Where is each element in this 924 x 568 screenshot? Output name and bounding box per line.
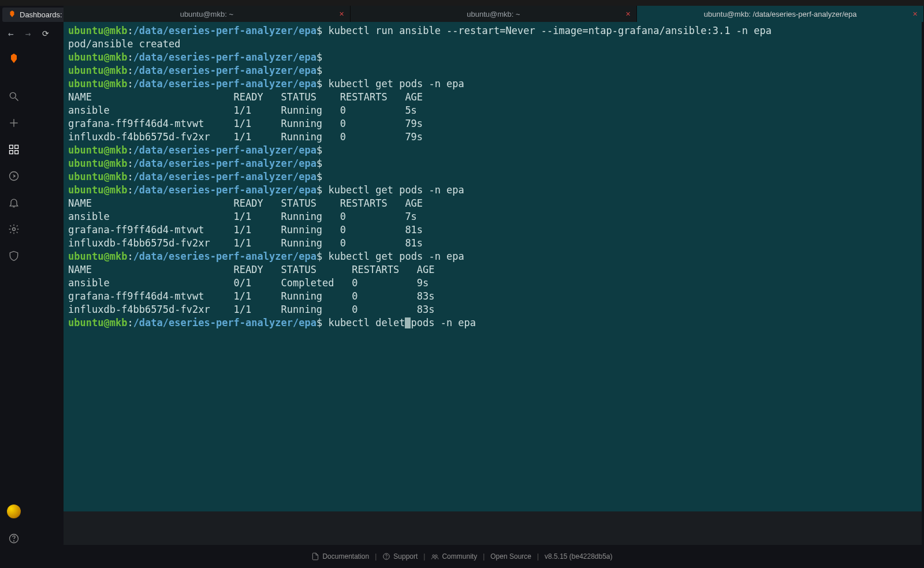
terminal[interactable]: ubuntu@mkb:/data/eseries-perf-analyzer/e…	[64, 22, 922, 511]
svg-rect-6	[10, 151, 13, 154]
grafana-page-tab[interactable]: Dashboards:	[2, 8, 68, 22]
search-icon[interactable]	[8, 90, 20, 103]
terminal-tab-3[interactable]: ubuntu@mkb: /data/eseries-perf-analyzer/…	[637, 6, 924, 22]
footer-label: Documentation	[322, 552, 369, 560]
gear-icon[interactable]	[8, 223, 20, 236]
grafana-logo-icon	[8, 10, 16, 20]
bell-icon[interactable]	[8, 196, 20, 209]
svg-point-0	[10, 92, 16, 98]
svg-rect-7	[15, 151, 18, 154]
forward-button[interactable]: →	[25, 28, 31, 39]
terminal-tabbar: ubuntu@mkb: ~ ✕ ubuntu@mkb: ~ ✕ ubuntu@m…	[64, 6, 924, 22]
grafana-tab-label: Dashboards:	[20, 10, 62, 19]
terminal-bottom-gap	[64, 511, 922, 545]
close-icon[interactable]: ✕	[625, 10, 631, 18]
svg-point-17	[435, 555, 438, 557]
terminal-tab-label: ubuntu@mkb: ~	[467, 10, 520, 18]
help-icon[interactable]	[8, 532, 20, 545]
svg-rect-4	[10, 145, 13, 149]
svg-point-13	[14, 541, 14, 541]
plus-icon[interactable]	[8, 117, 20, 129]
terminal-tab-label: ubuntu@mkb: /data/eseries-perf-analyzer/…	[704, 10, 857, 18]
close-icon[interactable]: ✕	[339, 10, 344, 18]
explore-icon[interactable]	[8, 170, 20, 182]
shield-icon[interactable]	[8, 249, 20, 262]
svg-point-11	[13, 228, 16, 231]
footer-version[interactable]: v8.5.15 (be4228db5a)	[545, 552, 612, 560]
back-button[interactable]: ←	[8, 28, 14, 39]
footer-documentation-link[interactable]: Documentation	[311, 552, 369, 560]
footer-support-link[interactable]: Support	[382, 552, 418, 560]
os-menubar	[0, 0, 924, 6]
svg-rect-5	[15, 145, 18, 149]
terminal-tab-1[interactable]: ubuntu@mkb: ~ ✕	[64, 6, 351, 22]
footer-label: Community	[442, 552, 477, 560]
footer-label: Open Source	[490, 552, 531, 560]
footer-opensource-link[interactable]: Open Source	[490, 552, 531, 560]
svg-line-1	[16, 98, 18, 101]
footer-community-link[interactable]: Community	[431, 552, 477, 560]
sidebar	[0, 45, 28, 568]
reload-button[interactable]: ⟳	[42, 29, 49, 38]
terminal-tab-2[interactable]: ubuntu@mkb: ~ ✕	[351, 6, 638, 22]
footer-label: Support	[393, 552, 418, 560]
svg-marker-9	[13, 174, 16, 178]
avatar[interactable]	[7, 505, 21, 518]
grafana-logo-icon[interactable]	[8, 52, 20, 65]
footer-label: v8.5.15 (be4228db5a)	[545, 552, 612, 560]
terminal-tab-label: ubuntu@mkb: ~	[180, 10, 233, 18]
dashboards-icon[interactable]	[8, 143, 20, 156]
close-icon[interactable]: ✕	[912, 10, 918, 18]
svg-point-15	[386, 558, 387, 559]
footer: Documentation | Support | Community | Op…	[0, 545, 924, 568]
svg-point-16	[433, 555, 435, 557]
